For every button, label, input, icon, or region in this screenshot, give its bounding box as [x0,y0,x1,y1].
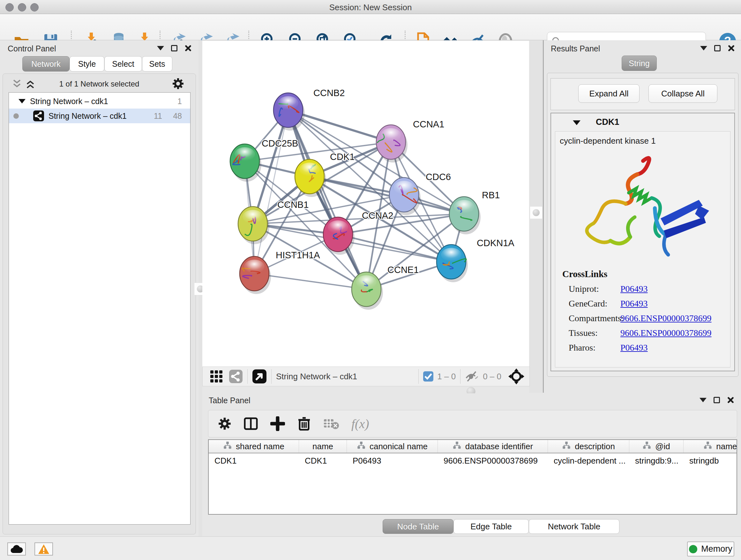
network-share-view-icon[interactable] [229,369,243,383]
network-node-RB1[interactable]: RB1 [449,190,500,234]
memory-status-icon [689,545,697,553]
column-label: name [313,442,333,451]
delete-trash-icon[interactable] [297,416,311,431]
column-header-description[interactable]: description [548,440,629,453]
network-canvas[interactable]: CCNB2CCNA1CDC25BCDK1CDC6RB1CCNB1CCNA2CDK… [202,40,529,367]
panel-menu-icon[interactable] [700,46,707,51]
download-arrow-icon [88,33,95,41]
column-label: canonical name [369,442,428,451]
crosslinks-title: CrossLinks [562,269,725,279]
column-header-name[interactable]: name [299,440,347,453]
crosslink-row: Uniprot:P06493 [562,284,725,299]
network-node-CDKN1A[interactable]: CDKN1A [436,238,515,282]
table-cell[interactable]: CDK1 [299,454,347,468]
selected-checkbox-icon[interactable] [423,371,433,381]
tab-select[interactable]: Select [105,56,142,71]
right-splitter-handle[interactable] [530,206,542,219]
column-header-shared-name[interactable]: shared name [209,440,299,453]
table-settings-gear-icon[interactable] [218,417,231,430]
crosslink-link[interactable]: P06493 [620,343,648,353]
tab-network[interactable]: Network [22,56,70,71]
main-toolbar: ? [0,14,741,40]
crosslink-link[interactable]: P06493 [620,284,648,294]
panel-float-icon[interactable] [714,45,721,51]
result-entry-header[interactable]: CDK1 [551,115,734,130]
panel-border [543,40,544,393]
function-builder-icon[interactable]: f(x) [351,416,369,431]
panel-float-icon[interactable] [171,45,178,51]
network-row-selected[interactable]: String Network – cdk1 11 48 [9,109,190,123]
column-type-icon [703,441,712,452]
network-collection-label: String Network – cdk1 [30,97,108,106]
memory-button[interactable]: Memory [687,542,734,557]
gear-icon[interactable] [172,78,184,90]
node-label: CCNE1 [387,265,419,275]
table-cell[interactable]: P06493 [347,454,438,468]
panel-close-icon[interactable] [185,45,192,52]
delete-table-icon[interactable] [323,417,339,430]
tab-edge-table[interactable]: Edge Table [454,519,529,534]
grid-view-icon[interactable] [210,370,223,383]
hidden-counts: 0 – 0 [483,372,501,381]
collapse-all-button[interactable]: Collapse All [649,84,718,103]
crosslink-row: Pharos:P06493 [562,343,725,357]
crosslink-row: Compartments:9606.ENSP00000378699 [562,313,725,328]
title-bar: Session: New Session [0,0,741,14]
column-type-icon [453,441,461,452]
node-label: RB1 [482,190,500,200]
add-column-icon[interactable] [270,416,285,431]
table-row[interactable]: CDK1CDK1P064939606.ENSP00000378699cyclin… [209,454,737,468]
column-header-canonical-name[interactable]: canonical name [347,440,438,453]
table-cell[interactable]: stringdb [684,454,737,468]
panel-menu-icon[interactable] [157,46,164,51]
string-results-container: Expand All Collapse All CDK1 cyclin-depe… [547,73,738,377]
network-collection-row[interactable]: String Network – cdk1 1 [9,94,190,109]
tab-string[interactable]: String [622,56,657,71]
app-statusbar: Memory [0,537,741,560]
show-columns-icon[interactable] [244,416,258,431]
column-header-namespace[interactable]: namespace [684,440,737,453]
crosshair-icon[interactable] [509,368,524,384]
network-node-CCNE1[interactable]: CCNE1 [352,265,419,310]
birdseye-icon[interactable] [252,369,267,384]
table-cell[interactable]: stringdb:9... [629,454,684,468]
tab-style[interactable]: Style [70,56,105,71]
table-cell[interactable]: 9606.ENSP00000378699 [438,454,548,468]
tab-sets[interactable]: Sets [142,56,172,71]
network-node-CDC25B[interactable]: CDC25B [230,138,298,182]
current-network-name: String Network – cdk1 [276,372,357,381]
app-window: Session: New Session [0,0,741,560]
entry-collapse-icon[interactable] [573,120,581,125]
tab-network-table[interactable]: Network Table [529,519,619,534]
panel-close-icon[interactable] [728,45,735,52]
collection-count: 1 [178,97,182,106]
network-edge[interactable] [254,273,366,289]
network-node-HIST1H1A[interactable]: HIST1H1A [240,250,320,294]
column-header--id[interactable]: @id [629,440,684,453]
crosslink-link[interactable]: 9606.ENSP00000378699 [620,328,711,338]
tab-node-table[interactable]: Node Table [383,519,454,534]
cloud-button[interactable] [7,543,26,556]
table-cell[interactable]: CDK1 [209,454,299,468]
export-arrow-icon [227,33,239,41]
network-node-CCNA1[interactable]: CCNA1 [376,119,444,163]
results-panel-title: Results Panel [551,44,600,53]
crosslink-link[interactable]: 9606.ENSP00000378699 [620,313,711,323]
results-button-bar: Expand All Collapse All [550,78,735,110]
expand-all-button[interactable]: Expand All [578,84,639,103]
panel-float-icon[interactable] [714,397,720,403]
tree-expand-icon[interactable] [18,99,25,104]
column-header-database-identifier[interactable]: database identifier [438,440,548,453]
node-table: shared namenamecanonical namedatabase id… [208,439,737,515]
column-type-icon [562,441,571,452]
control-panel-title: Control Panel [8,44,56,53]
table-cell[interactable]: cyclin-dependent ... [548,454,629,468]
column-label: @id [655,442,670,451]
node-label: CCNA1 [413,119,444,129]
warning-button[interactable] [35,543,53,556]
hidden-eye-icon[interactable] [465,371,479,382]
panel-close-icon[interactable] [727,396,734,403]
crosslink-link[interactable]: P06493 [620,299,648,309]
panel-menu-icon[interactable] [699,398,706,402]
node-label: CDC6 [426,172,451,182]
